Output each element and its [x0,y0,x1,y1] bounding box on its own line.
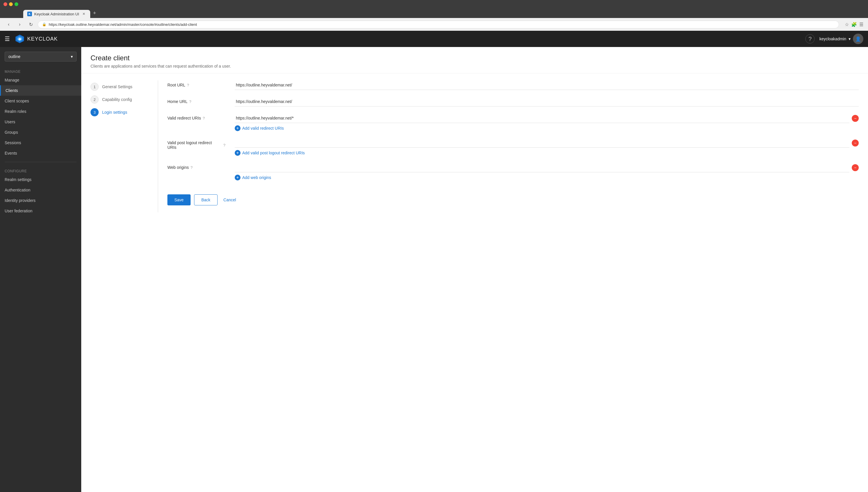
sidebar-item-manage[interactable]: Manage [0,75,81,85]
page-header: Create client Clients are applications a… [81,47,868,73]
user-menu[interactable]: keycloakadmin ▾ 👤 [819,34,863,44]
home-url-input[interactable] [235,97,859,106]
help-button[interactable]: ? [805,34,815,44]
web-origins-row-1: − [235,163,859,172]
forward-nav-button[interactable]: › [16,20,24,28]
add-post-logout-icon: + [235,150,241,156]
valid-redirect-uris-label-group: Valid redirect URIs ? [167,114,225,120]
sidebar-item-groups[interactable]: Groups [0,127,81,138]
sidebar-events-label: Events [5,151,17,155]
sidebar-section-manage: Manage [0,66,81,75]
add-valid-redirect-uri-button[interactable]: + Add valid redirect URIs [235,125,859,131]
step-3-label[interactable]: Login settings [102,110,127,115]
minimize-window-button[interactable] [9,2,13,6]
valid-post-logout-uri-input-1[interactable] [235,138,849,148]
save-button[interactable]: Save [167,194,191,205]
cancel-button[interactable]: Cancel [221,194,239,205]
root-url-group: Root URL ? [167,80,859,90]
add-web-origin-label: Add web origins [242,175,271,180]
address-bar[interactable]: 🔒 https://keycloak.outline.heyvaldemar.n… [38,21,839,28]
extensions-icon[interactable]: 🧩 [851,22,857,27]
sidebar-identity-providers-label: Identity providers [5,198,36,203]
sidebar-item-users[interactable]: Users [0,117,81,127]
step-2-label[interactable]: Capability config [102,97,132,102]
remove-web-origin-button-1[interactable]: − [852,164,859,171]
close-window-button[interactable] [3,2,7,6]
navbar: ☰ KEYCLOAK ? keycloakadmin ▾ 👤 [0,31,868,47]
hamburger-menu-icon[interactable]: ☰ [5,35,10,42]
home-url-group: Home URL ? [167,97,859,106]
wizard-steps: 1 General Settings 2 Capability config 3… [91,80,149,212]
remove-post-logout-uri-button-1[interactable]: − [852,140,859,147]
valid-redirect-uris-label: Valid redirect URIs ? [167,116,225,120]
web-origins-input-group: − + Add web origins [235,163,859,180]
traffic-lights [3,2,18,6]
avatar: 👤 [853,34,863,44]
valid-post-logout-uri-row-1: − [235,138,859,148]
valid-post-logout-label-group: Valid post logout redirect URIs ? [167,138,225,150]
navbar-logo: KEYCLOAK [15,34,58,44]
refresh-button[interactable]: ↻ [27,20,35,28]
back-nav-button[interactable]: ‹ [5,20,13,28]
sidebar-item-clients[interactable]: Clients [0,85,81,96]
navbar-right: ? keycloakadmin ▾ 👤 [805,34,863,44]
sidebar-realm-roles-label: Realm roles [5,109,26,114]
maximize-window-button[interactable] [15,2,18,6]
valid-post-logout-redirect-uris-group: Valid post logout redirect URIs ? − + [167,138,859,156]
valid-redirect-uris-help-icon[interactable]: ? [203,116,205,120]
user-dropdown-icon: ▾ [848,36,850,41]
root-url-label: Root URL ? [167,83,225,87]
realm-name: outline [8,54,20,59]
web-origins-help-icon[interactable]: ? [191,165,193,170]
tab-label: Keycloak Administration UI [34,12,79,16]
wizard-step-1: 1 General Settings [91,80,149,93]
valid-post-logout-help-icon[interactable]: ? [223,143,225,147]
root-url-help-icon[interactable]: ? [187,83,189,87]
menu-icon[interactable]: ☰ [859,22,863,27]
valid-redirect-uri-row-1: − [235,114,859,123]
home-url-input-group [235,97,859,106]
add-valid-redirect-icon: + [235,125,241,131]
sidebar-divider [5,162,77,162]
url-text: https://keycloak.outline.heyvaldemar.net… [49,22,835,27]
sidebar-item-sessions[interactable]: Sessions [0,138,81,148]
tab-close-button[interactable]: ✕ [81,11,86,16]
step-1-label[interactable]: General Settings [102,84,132,89]
add-post-logout-redirect-uri-button[interactable]: + Add valid post logout redirect URIs [235,150,859,156]
add-web-origin-button[interactable]: + Add web origins [235,175,859,180]
sidebar-user-federation-label: User federation [5,208,32,213]
sidebar-item-realm-settings[interactable]: Realm settings [0,174,81,185]
web-origins-label-group: Web origins ? [167,163,225,170]
root-url-input-group [235,80,859,90]
active-browser-tab[interactable]: K Keycloak Administration UI ✕ [23,10,90,18]
realm-selector[interactable]: outline ▾ [5,52,77,62]
web-origins-input-1[interactable] [235,163,849,172]
valid-redirect-uri-input-1[interactable] [235,114,849,123]
sidebar-item-user-federation[interactable]: User federation [0,206,81,216]
sidebar-item-authentication[interactable]: Authentication [0,185,81,195]
sidebar-manage-label: Manage [5,78,20,82]
sidebar-groups-label: Groups [5,130,18,134]
step-1-number: 1 [91,83,99,91]
sidebar-sessions-label: Sessions [5,141,21,145]
bookmark-icon[interactable]: ☆ [845,22,849,27]
main-layout: outline ▾ Manage Manage Clients Client s… [0,47,868,492]
realm-dropdown-icon: ▾ [71,54,73,59]
sidebar-item-client-scopes[interactable]: Client scopes [0,96,81,106]
sidebar-item-identity-providers[interactable]: Identity providers [0,195,81,206]
app-container: ☰ KEYCLOAK ? keycloakadmin ▾ 👤 [0,31,868,492]
sidebar-item-events[interactable]: Events [0,148,81,158]
browser-chrome: K Keycloak Administration UI ✕ + ‹ › ↻ 🔒… [0,0,868,31]
add-web-origin-icon: + [235,175,241,180]
keycloak-logo-icon [15,34,25,44]
tab-favicon: K [27,11,32,16]
new-tab-button[interactable]: + [90,8,99,18]
sidebar-item-realm-roles[interactable]: Realm roles [0,106,81,117]
content-area: Create client Clients are applications a… [81,47,868,492]
wizard-form: Root URL ? Home URL ? [167,80,859,212]
browser-right-actions: ☆ 🧩 ☰ [845,22,863,27]
back-button[interactable]: Back [194,194,218,205]
root-url-input[interactable] [235,80,859,90]
home-url-help-icon[interactable]: ? [189,99,191,104]
remove-valid-redirect-uri-button-1[interactable]: − [852,115,859,122]
